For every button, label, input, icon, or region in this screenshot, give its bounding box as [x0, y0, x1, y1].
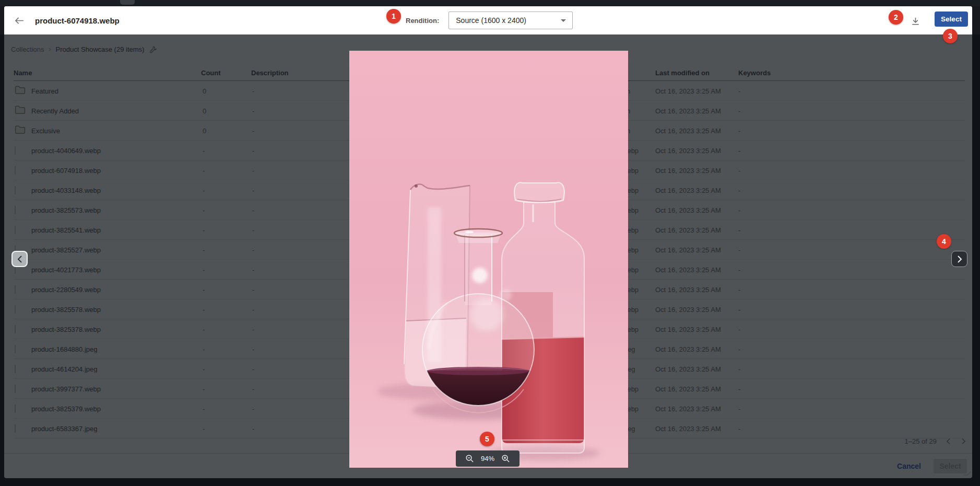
preview-image[interactable] — [349, 51, 628, 468]
chevron-down-icon — [561, 19, 566, 22]
rendition-dropdown[interactable]: Source (1600 x 2400) — [448, 11, 573, 29]
next-asset-button[interactable] — [951, 251, 967, 267]
select-button[interactable]: Select — [935, 11, 968, 27]
zoom-out-icon[interactable] — [465, 454, 474, 463]
preview-header: product-6074918.webp Rendition: Source (… — [4, 6, 972, 34]
previous-asset-button[interactable] — [11, 251, 28, 267]
download-icon[interactable] — [908, 15, 922, 27]
rendition-group: Rendition: Source (1600 x 2400) — [406, 6, 573, 34]
annotation-badge-5: 5 — [480, 432, 494, 446]
rendition-value: Source (1600 x 2400) — [456, 16, 526, 25]
browser-strip — [0, 0, 980, 6]
zoom-in-icon[interactable] — [501, 454, 510, 463]
zoom-level: 94% — [481, 455, 494, 462]
annotation-badge-3: 3 — [943, 29, 958, 43]
browser-strip-pill — [120, 0, 135, 5]
annotation-badge-2: 2 — [889, 10, 903, 25]
annotation-badge-4: 4 — [937, 234, 951, 249]
back-button[interactable] — [13, 15, 25, 26]
annotation-badge-1: 1 — [386, 9, 401, 24]
preview-filename: product-6074918.webp — [35, 6, 120, 34]
rendition-label: Rendition: — [406, 17, 439, 25]
zoom-controls: 94% — [456, 450, 519, 467]
screen: Collections › Product Showcase (29 items… — [0, 0, 980, 486]
